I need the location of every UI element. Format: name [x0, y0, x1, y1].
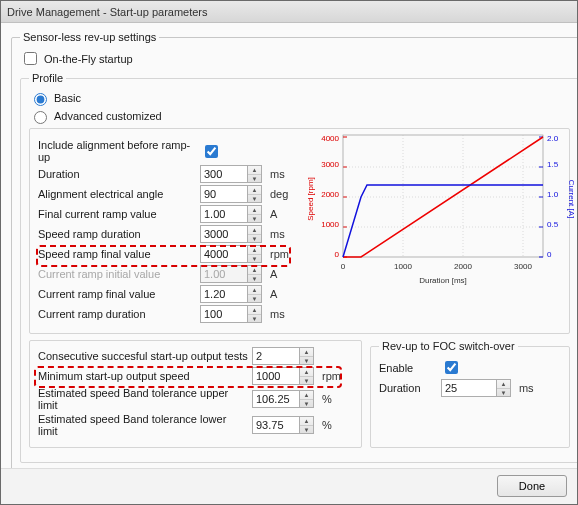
svg-text:0: 0	[341, 262, 346, 271]
svg-text:2000: 2000	[454, 262, 472, 271]
duration-input[interactable]	[200, 165, 248, 183]
cur-ramp-dur-input[interactable]	[200, 305, 248, 323]
svg-text:1000: 1000	[394, 262, 412, 271]
duration-spinner[interactable]: ▲▼	[248, 165, 262, 183]
align-angle-unit: deg	[270, 188, 288, 200]
band-lower-label: Estimated speed Band tolerance lower lim…	[38, 413, 248, 437]
sensorless-group: Sensor-less rev-up settings On-the-Fly s…	[11, 31, 577, 468]
profile-advanced-radio[interactable]	[34, 111, 47, 124]
switch-duration-input[interactable]	[441, 379, 497, 397]
band-upper-spinner[interactable]: ▲▼	[300, 390, 314, 408]
min-speed-unit: rpm	[322, 370, 341, 382]
speed-ramp-final-input[interactable]	[200, 245, 248, 263]
cur-ramp-init-unit: A	[270, 268, 277, 280]
cur-ramp-final-label: Current ramp final value	[38, 288, 196, 300]
profile-legend: Profile	[29, 72, 66, 84]
band-lower-input[interactable]	[252, 416, 300, 434]
chart: 0 1000 2000 3000 4000	[305, 129, 575, 287]
svg-text:1.5: 1.5	[547, 160, 559, 169]
cur-ramp-dur-unit: ms	[270, 308, 285, 320]
cur-ramp-dur-spinner[interactable]: ▲▼	[248, 305, 262, 323]
done-button[interactable]: Done	[497, 475, 567, 497]
include-align-checkbox[interactable]	[205, 145, 218, 158]
consec-label: Consecutive succesful start-up output te…	[38, 350, 248, 362]
svg-text:4000: 4000	[321, 134, 339, 143]
band-lower-unit: %	[322, 419, 332, 431]
on-the-fly-label: On-the-Fly startup	[44, 53, 133, 65]
cur-ramp-init-label: Current ramp initial value	[38, 268, 196, 280]
svg-text:Duration [ms]: Duration [ms]	[419, 276, 467, 285]
cur-ramp-final-unit: A	[270, 288, 277, 300]
titlebar: Drive Management - Start-up parameters	[1, 1, 577, 23]
switch-over-legend: Rev-up to FOC switch-over	[379, 340, 518, 352]
svg-text:0: 0	[335, 250, 340, 259]
svg-text:Speed [rpm]: Speed [rpm]	[306, 177, 315, 221]
band-upper-label: Estimated speed Band tolerance upper lim…	[38, 387, 248, 411]
window-title: Drive Management - Start-up parameters	[7, 6, 208, 18]
speed-ramp-dur-label: Speed ramp duration	[38, 228, 196, 240]
cur-ramp-dur-label: Current ramp duration	[38, 308, 196, 320]
drive-mgmt-window: Drive Management - Start-up parameters S…	[0, 0, 578, 505]
include-align-label: Include alignment before ramp-up	[38, 139, 196, 163]
profile-advanced-label: Advanced customized	[54, 110, 162, 122]
svg-text:Current [A]: Current [A]	[567, 180, 575, 219]
svg-text:2.0: 2.0	[547, 134, 559, 143]
switch-enable-checkbox[interactable]	[445, 361, 458, 374]
min-speed-input[interactable]	[252, 367, 300, 385]
band-upper-input[interactable]	[252, 390, 300, 408]
profile-basic-radio[interactable]	[34, 93, 47, 106]
sensorless-legend: Sensor-less rev-up settings	[20, 31, 159, 43]
svg-text:0: 0	[547, 250, 552, 259]
band-lower-spinner[interactable]: ▲▼	[300, 416, 314, 434]
speed-ramp-dur-unit: ms	[270, 228, 285, 240]
switch-duration-unit: ms	[519, 382, 534, 394]
final-cur-ramp-unit: A	[270, 208, 277, 220]
align-angle-label: Alignment electrical angle	[38, 188, 196, 200]
consec-spinner[interactable]: ▲▼	[300, 347, 314, 365]
cur-ramp-final-spinner[interactable]: ▲▼	[248, 285, 262, 303]
align-angle-input[interactable]	[200, 185, 248, 203]
speed-ramp-final-label: Speed ramp final value	[38, 248, 196, 260]
svg-text:3000: 3000	[321, 160, 339, 169]
duration-label: Duration	[38, 168, 196, 180]
speed-ramp-final-unit: rpm	[270, 248, 289, 260]
svg-text:2000: 2000	[321, 190, 339, 199]
cur-ramp-final-input[interactable]	[200, 285, 248, 303]
svg-rect-0	[343, 135, 543, 257]
min-speed-label: Minimum start-up output speed	[38, 370, 248, 382]
speed-ramp-dur-spinner[interactable]: ▲▼	[248, 225, 262, 243]
svg-text:3000: 3000	[514, 262, 532, 271]
svg-text:0.5: 0.5	[547, 220, 559, 229]
final-cur-ramp-spinner[interactable]: ▲▼	[248, 205, 262, 223]
cur-ramp-init-spinner: ▲▼	[248, 265, 262, 283]
consec-input[interactable]	[252, 347, 300, 365]
switch-enable-label: Enable	[379, 362, 437, 374]
final-cur-ramp-label: Final current ramp value	[38, 208, 196, 220]
svg-text:1.0: 1.0	[547, 190, 559, 199]
align-angle-spinner[interactable]: ▲▼	[248, 185, 262, 203]
switch-duration-spinner[interactable]: ▲▼	[497, 379, 511, 397]
profile-basic-label: Basic	[54, 92, 81, 104]
svg-text:1000: 1000	[321, 220, 339, 229]
band-upper-unit: %	[322, 393, 332, 405]
cur-ramp-init-input	[200, 265, 248, 283]
final-cur-ramp-input[interactable]	[200, 205, 248, 223]
duration-unit: ms	[270, 168, 285, 180]
speed-ramp-dur-input[interactable]	[200, 225, 248, 243]
content: Sensor-less rev-up settings On-the-Fly s…	[1, 23, 577, 468]
on-the-fly-checkbox[interactable]	[24, 52, 37, 65]
min-speed-spinner[interactable]: ▲▼	[300, 367, 314, 385]
switch-duration-label: Duration	[379, 382, 437, 394]
speed-ramp-final-spinner[interactable]: ▲▼	[248, 245, 262, 263]
